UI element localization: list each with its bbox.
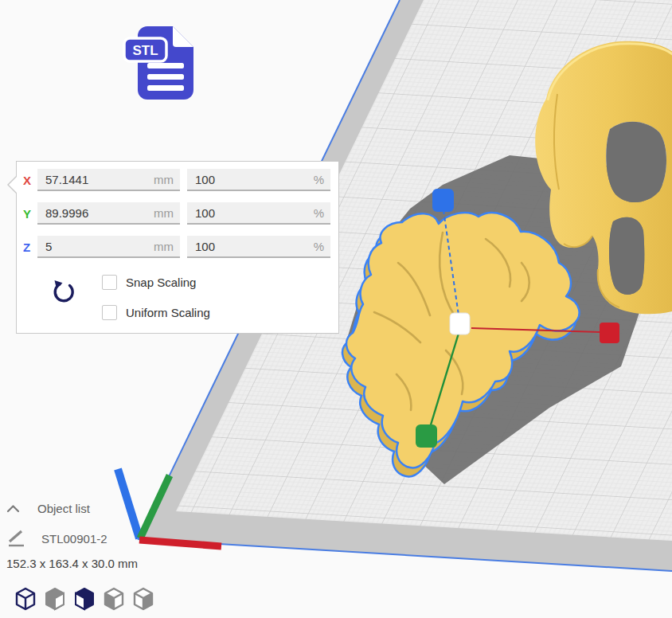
view-right-button[interactable] <box>131 586 155 612</box>
stl-file-icon: STL <box>122 25 197 101</box>
scale-x-mm-field[interactable]: mm <box>37 169 180 191</box>
object-list-header[interactable]: Object list <box>6 499 213 517</box>
scale-x-percent-unit: % <box>314 173 324 186</box>
axis-x-label: X <box>23 174 37 187</box>
scale-z-percent-unit: % <box>314 240 324 253</box>
gizmo-center-handle[interactable] <box>450 313 470 334</box>
pencil-icon <box>6 530 25 548</box>
object-list-title: Object list <box>37 502 90 515</box>
scale-y-percent-unit: % <box>314 206 324 220</box>
scale-x-percent-field[interactable]: % <box>187 169 330 191</box>
scale-y-percent-input[interactable] <box>193 205 288 221</box>
uniform-scaling-label: Uniform Scaling <box>126 306 210 319</box>
selection-dimensions: 152.3 x 163.4 x 30.0 mm <box>6 557 138 570</box>
scale-row-y: Y mm % <box>23 201 330 225</box>
snap-scaling-row[interactable]: Snap Scaling <box>102 273 196 291</box>
axis-z-label: Z <box>23 241 37 254</box>
view-left-button[interactable] <box>102 586 126 612</box>
scale-x-mm-unit: mm <box>154 173 174 186</box>
gizmo-y-handle[interactable] <box>416 424 437 448</box>
stl-badge-label: STL <box>132 43 158 58</box>
scale-z-percent-field[interactable]: % <box>187 236 330 258</box>
scale-row-z: Z mm % <box>23 235 330 259</box>
gizmo-x-handle[interactable] <box>600 323 619 343</box>
scale-y-mm-field[interactable]: mm <box>37 202 180 225</box>
gizmo-z-handle[interactable] <box>432 189 454 212</box>
object-list: Object list STL00901-2 <box>6 499 213 547</box>
chevron-up-icon <box>6 504 20 513</box>
cutter-opening <box>609 217 644 295</box>
view-top-button[interactable] <box>72 586 96 612</box>
reset-scale-button[interactable] <box>50 278 77 307</box>
view-orientation-toolbar <box>14 586 161 612</box>
application-window: STL X mm % Y mm % Z <box>0 0 672 618</box>
object-list-item[interactable]: STL00901-2 <box>6 530 213 547</box>
scale-z-mm-unit: mm <box>154 240 174 253</box>
object-name: STL00901-2 <box>41 532 107 546</box>
cube-wireframe-icon <box>14 586 37 612</box>
view-front-button[interactable] <box>43 586 67 612</box>
scale-row-x: X mm % <box>23 168 330 192</box>
cube-front-face-icon <box>43 586 67 612</box>
scale-tool-panel: X mm % Y mm % Z mm <box>16 161 339 334</box>
scale-x-percent-input[interactable] <box>193 172 288 187</box>
cube-left-white-icon <box>72 586 96 612</box>
cutter-opening <box>606 122 666 202</box>
cube-left-face-icon <box>102 586 126 612</box>
scale-y-percent-field[interactable]: % <box>187 202 330 225</box>
cube-right-face-icon <box>131 586 155 612</box>
snap-scaling-label: Snap Scaling <box>126 276 196 289</box>
snap-scaling-checkbox[interactable] <box>102 275 117 290</box>
uniform-scaling-row[interactable]: Uniform Scaling <box>102 303 210 321</box>
scale-z-percent-input[interactable] <box>193 239 288 254</box>
axis-y-label: Y <box>23 207 37 221</box>
rotate-ccw-icon <box>51 278 76 305</box>
scale-z-mm-input[interactable] <box>44 239 139 254</box>
scale-y-mm-unit: mm <box>154 206 174 220</box>
scale-y-mm-input[interactable] <box>44 205 139 221</box>
uniform-scaling-checkbox[interactable] <box>102 305 117 320</box>
view-3d-button[interactable] <box>14 586 37 612</box>
scale-x-mm-input[interactable] <box>44 172 139 187</box>
scale-z-mm-field[interactable]: mm <box>37 236 180 258</box>
